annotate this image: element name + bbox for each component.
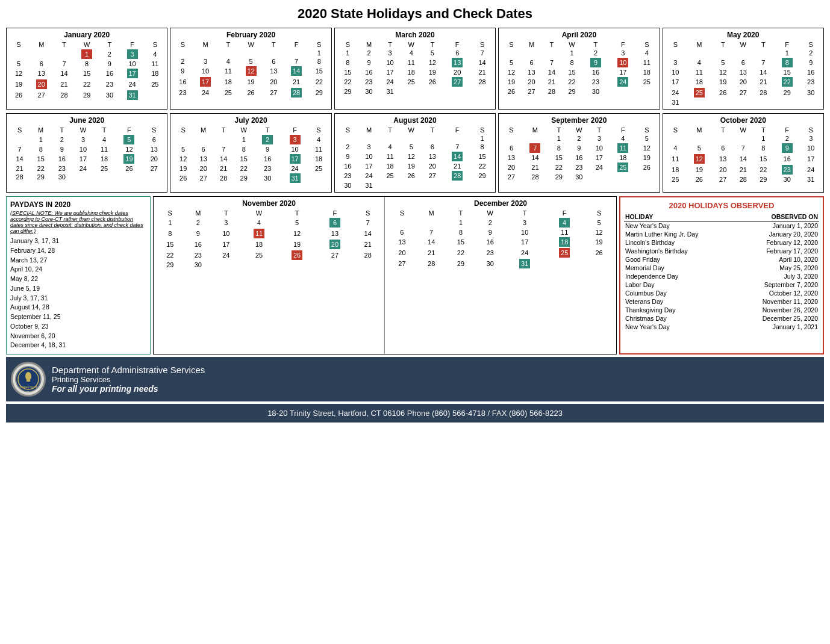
month-title: September 2020 (501, 116, 657, 125)
das-tagline: For all your printing needs (52, 384, 205, 394)
payday-entry: February 14, 28 (10, 246, 146, 256)
paydays-list: January 3, 17, 31February 14, 28March 13… (10, 237, 146, 350)
paydays-box: PAYDAYS IN 2020 (SPECIAL NOTE: We are pu… (6, 196, 151, 355)
holiday-row: Veterans DayNovember 11, 2020 (624, 297, 819, 306)
payday-entry: December 4, 18, 31 (10, 341, 146, 350)
payday-entry: October 9, 23 (10, 322, 146, 332)
holidays-table: HOLIDAY OBSERVED ON New Year's DayJanuar… (624, 212, 819, 331)
holiday-row: Martin Luther King Jr. DayJanuary 20, 20… (624, 230, 819, 238)
month-box: January 2020SMTWTFS123456789101112131415… (6, 28, 167, 110)
holiday-row: Labor DaySeptember 7, 2020 (624, 280, 819, 289)
row2-calendar: June 2020SMTWTFS123456789101112131415161… (6, 113, 824, 193)
payday-entry: January 3, 17, 31 (10, 237, 146, 246)
month-box: October 2020SMTWTFS123456789101112131415… (663, 113, 824, 193)
month-title: February 2020 (173, 31, 328, 39)
holidays-box: 2020 HOLIDAYS OBSERVED HOLIDAY OBSERVED … (619, 196, 824, 355)
month-title: January 2020 (9, 31, 164, 39)
das-text: Department of Administrative Services Pr… (52, 365, 205, 394)
cal-table: SMTWTFS123456789101112131415161718192021… (9, 126, 164, 181)
holidays-title: 2020 HOLIDAYS OBSERVED (624, 201, 819, 210)
cal-table: SMTWTFS123456789101112131415161718192021… (666, 126, 821, 184)
svg-text:CONNECTICUT: CONNECTICUT (19, 386, 37, 389)
holidays-col1: HOLIDAY (624, 212, 734, 221)
payday-entry: May 8, 22 (10, 274, 146, 284)
holiday-row: Independence DayJuly 3, 2020 (624, 272, 819, 280)
month-title: June 2020 (9, 116, 164, 125)
holiday-row: Christmas DayDecember 25, 2020 (624, 314, 819, 323)
month-box: May 2020SMTWTFS1234567891011121314151617… (663, 28, 824, 110)
holiday-row: New Year's DayJanuary 1, 2021 (624, 323, 819, 331)
cal-table: SMTWTFS123456789101112131415161718192021… (173, 126, 328, 184)
page-title: 2020 State Holidays and Check Dates (6, 6, 824, 22)
payday-entry: June 5, 19 (10, 284, 146, 294)
month-title: May 2020 (666, 31, 821, 39)
holidays-col2: OBSERVED ON (734, 212, 819, 221)
das-banner: CONNECTICUT Department of Administrative… (6, 357, 824, 401)
month-title: July 2020 (173, 116, 328, 125)
holiday-row: Memorial DayMay 25, 2020 (624, 264, 819, 272)
holiday-row: Washington's BirthdayFebruary 17, 2020 (624, 247, 819, 255)
month-title: November 2020 (156, 199, 382, 208)
month-box: September 2020SMTWTFS1234567891011121314… (498, 113, 660, 193)
cal-table: SMTWTFS123456789101112131415161718192021… (501, 126, 657, 181)
december-box: December 2020SMTWTFS12345678910111213141… (385, 197, 616, 354)
svg-rect-3 (27, 380, 30, 382)
month-box: June 2020SMTWTFS123456789101112131415161… (6, 113, 167, 193)
holiday-row: Lincoln's BirthdayFebruary 12, 2020 (624, 238, 819, 247)
bottom-section: PAYDAYS IN 2020 (SPECIAL NOTE: We are pu… (6, 196, 824, 355)
month-title: October 2020 (666, 116, 821, 125)
das-logo: CONNECTICUT (11, 362, 46, 397)
row1-calendar: January 2020SMTWTFS123456789101112131415… (6, 28, 824, 110)
month-title: April 2020 (501, 31, 657, 39)
footer-text: 18-20 Trinity Street, Hartford, CT 06106… (267, 409, 563, 418)
das-subtitle: Printing Services (52, 375, 205, 384)
month-title: December 2020 (387, 199, 614, 208)
november-box: November 2020SMTWTFS12345678910111213141… (154, 197, 385, 354)
cal-table: SMTWTFS123456789101112131415161718192021… (501, 40, 657, 96)
cal-table: SMTWTFS123456789101112131415161718192021… (666, 40, 821, 107)
payday-entry: April 10, 24 (10, 265, 146, 274)
month-title: August 2020 (337, 116, 493, 125)
month-box: March 2020SMTWTFS12345678910111213141516… (334, 28, 496, 110)
month-box: July 2020SMTWTFS123456789101112131415161… (170, 113, 331, 193)
das-dept-title: Department of Administrative Services (52, 365, 205, 375)
holiday-row: New Year's DayJanuary 1, 2020 (624, 221, 819, 231)
cal-table: SMTWTFS123456789101112131415161718192021… (173, 40, 328, 98)
svg-point-2 (25, 372, 31, 380)
payday-entry: November 6, 20 (10, 332, 146, 341)
cal-table: SMTWTFS123456789101112131415161718192021… (337, 40, 493, 96)
holiday-row: Thanksgiving DayNovember 26, 2020 (624, 306, 819, 314)
month-box: April 2020SMTWTFS12345678910111213141516… (498, 28, 660, 110)
cal-table: SMTWTFS123456789101112131415161718192021… (156, 209, 382, 269)
footer-banner: 18-20 Trinity Street, Hartford, CT 06106… (6, 404, 824, 423)
payday-entry: July 3, 17, 31 (10, 294, 146, 303)
payday-entry: September 11, 25 (10, 312, 146, 322)
paydays-note: (SPECIAL NOTE: We are publishing check d… (10, 210, 146, 234)
holiday-row: Columbus DayOctober 12, 2020 (624, 289, 819, 297)
holiday-row: Good FridayApril 10, 2020 (624, 255, 819, 264)
payday-entry: August 14, 28 (10, 303, 146, 312)
month-title: March 2020 (337, 31, 493, 39)
paydays-title: PAYDAYS IN 2020 (10, 200, 146, 209)
month-box: August 2020SMTWTFS1234567891011121314151… (334, 113, 496, 193)
payday-entry: March 13, 27 (10, 256, 146, 265)
cal-table: SMTWTFS123456789101112131415161718192021… (9, 40, 164, 101)
cal-table: SMTWTFS123456789101112131415161718192021… (337, 126, 493, 190)
month-box: February 2020SMTWTFS12345678910111213141… (170, 28, 331, 110)
nov-dec-months: November 2020SMTWTFS12345678910111213141… (153, 196, 617, 355)
cal-table: SMTWTFS123456789101112131415161718192021… (387, 209, 614, 269)
